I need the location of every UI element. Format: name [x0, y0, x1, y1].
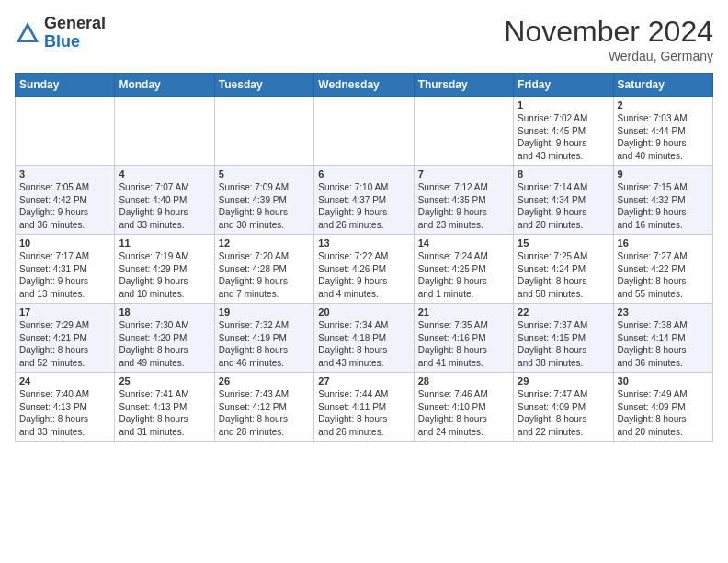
calendar-week-row: 3Sunrise: 7:05 AM Sunset: 4:42 PM Daylig…	[16, 166, 713, 235]
day-info: Sunrise: 7:44 AM Sunset: 4:11 PM Dayligh…	[318, 388, 409, 438]
day-number: 10	[19, 237, 110, 248]
day-info: Sunrise: 7:34 AM Sunset: 4:18 PM Dayligh…	[318, 319, 409, 369]
day-number: 29	[518, 375, 609, 386]
day-info: Sunrise: 7:15 AM Sunset: 4:32 PM Dayligh…	[618, 181, 709, 231]
calendar-cell: 1Sunrise: 7:02 AM Sunset: 4:45 PM Daylig…	[514, 97, 613, 166]
day-number: 23	[618, 306, 709, 317]
month-title: November 2024	[504, 15, 713, 49]
day-info: Sunrise: 7:22 AM Sunset: 4:26 PM Dayligh…	[318, 250, 409, 300]
day-number: 4	[119, 168, 210, 179]
calendar-cell: 24Sunrise: 7:40 AM Sunset: 4:13 PM Dayli…	[16, 373, 115, 442]
day-info: Sunrise: 7:12 AM Sunset: 4:35 PM Dayligh…	[418, 181, 509, 231]
day-number: 27	[318, 375, 409, 386]
calendar-cell	[414, 97, 513, 166]
calendar-day-header: Wednesday	[314, 74, 414, 97]
logo-blue-text: Blue	[44, 32, 80, 51]
day-number: 2	[618, 99, 709, 110]
page-header: General Blue November 2024 Werdau, Germa…	[15, 15, 713, 63]
calendar-cell: 3Sunrise: 7:05 AM Sunset: 4:42 PM Daylig…	[16, 166, 115, 235]
day-info: Sunrise: 7:27 AM Sunset: 4:22 PM Dayligh…	[618, 250, 709, 300]
day-info: Sunrise: 7:41 AM Sunset: 4:13 PM Dayligh…	[119, 388, 210, 438]
calendar-day-header: Tuesday	[214, 74, 313, 97]
day-number: 20	[318, 306, 409, 317]
logo-general-text: General	[44, 14, 106, 32]
calendar-day-header: Sunday	[16, 74, 115, 97]
calendar-cell: 30Sunrise: 7:49 AM Sunset: 4:09 PM Dayli…	[613, 373, 712, 442]
calendar-week-row: 1Sunrise: 7:02 AM Sunset: 4:45 PM Daylig…	[16, 97, 713, 166]
calendar-cell: 29Sunrise: 7:47 AM Sunset: 4:09 PM Dayli…	[514, 373, 613, 442]
day-info: Sunrise: 7:35 AM Sunset: 4:16 PM Dayligh…	[418, 319, 509, 369]
day-info: Sunrise: 7:07 AM Sunset: 4:40 PM Dayligh…	[119, 181, 210, 231]
day-info: Sunrise: 7:32 AM Sunset: 4:19 PM Dayligh…	[219, 319, 310, 369]
calendar-cell: 9Sunrise: 7:15 AM Sunset: 4:32 PM Daylig…	[613, 166, 712, 235]
day-info: Sunrise: 7:03 AM Sunset: 4:44 PM Dayligh…	[618, 112, 709, 162]
day-info: Sunrise: 7:14 AM Sunset: 4:34 PM Dayligh…	[518, 181, 609, 231]
calendar-cell: 13Sunrise: 7:22 AM Sunset: 4:26 PM Dayli…	[314, 235, 414, 304]
calendar-cell: 6Sunrise: 7:10 AM Sunset: 4:37 PM Daylig…	[314, 166, 414, 235]
calendar-cell	[314, 97, 414, 166]
day-number: 16	[618, 237, 709, 248]
day-info: Sunrise: 7:05 AM Sunset: 4:42 PM Dayligh…	[19, 181, 110, 231]
calendar-table: SundayMondayTuesdayWednesdayThursdayFrid…	[15, 73, 713, 442]
calendar-day-header: Saturday	[613, 74, 712, 97]
logo-icon	[15, 20, 40, 46]
day-number: 15	[518, 237, 609, 248]
calendar-cell: 22Sunrise: 7:37 AM Sunset: 4:15 PM Dayli…	[514, 304, 613, 373]
title-block: November 2024 Werdau, Germany	[504, 15, 713, 63]
calendar-week-row: 17Sunrise: 7:29 AM Sunset: 4:21 PM Dayli…	[16, 304, 713, 373]
day-number: 13	[318, 237, 409, 248]
calendar-cell: 19Sunrise: 7:32 AM Sunset: 4:19 PM Dayli…	[214, 304, 313, 373]
day-info: Sunrise: 7:20 AM Sunset: 4:28 PM Dayligh…	[219, 250, 310, 300]
day-number: 3	[19, 168, 110, 179]
day-info: Sunrise: 7:38 AM Sunset: 4:14 PM Dayligh…	[618, 319, 709, 369]
day-info: Sunrise: 7:25 AM Sunset: 4:24 PM Dayligh…	[518, 250, 609, 300]
calendar-cell: 11Sunrise: 7:19 AM Sunset: 4:29 PM Dayli…	[115, 235, 214, 304]
day-number: 21	[418, 306, 509, 317]
calendar-cell: 26Sunrise: 7:43 AM Sunset: 4:12 PM Dayli…	[214, 373, 313, 442]
day-number: 14	[418, 237, 509, 248]
calendar-cell: 25Sunrise: 7:41 AM Sunset: 4:13 PM Dayli…	[115, 373, 214, 442]
calendar-cell: 10Sunrise: 7:17 AM Sunset: 4:31 PM Dayli…	[16, 235, 115, 304]
day-info: Sunrise: 7:19 AM Sunset: 4:29 PM Dayligh…	[119, 250, 210, 300]
day-number: 5	[219, 168, 310, 179]
day-number: 19	[219, 306, 310, 317]
day-info: Sunrise: 7:30 AM Sunset: 4:20 PM Dayligh…	[119, 319, 210, 369]
day-number: 17	[19, 306, 110, 317]
day-info: Sunrise: 7:46 AM Sunset: 4:10 PM Dayligh…	[418, 388, 509, 438]
calendar-cell: 14Sunrise: 7:24 AM Sunset: 4:25 PM Dayli…	[414, 235, 513, 304]
day-number: 6	[318, 168, 409, 179]
location: Werdau, Germany	[504, 49, 713, 63]
calendar-week-row: 24Sunrise: 7:40 AM Sunset: 4:13 PM Dayli…	[16, 373, 713, 442]
day-number: 28	[418, 375, 509, 386]
calendar-cell: 15Sunrise: 7:25 AM Sunset: 4:24 PM Dayli…	[514, 235, 613, 304]
day-info: Sunrise: 7:43 AM Sunset: 4:12 PM Dayligh…	[219, 388, 310, 438]
day-info: Sunrise: 7:02 AM Sunset: 4:45 PM Dayligh…	[518, 112, 609, 162]
calendar-cell: 2Sunrise: 7:03 AM Sunset: 4:44 PM Daylig…	[613, 97, 712, 166]
day-number: 25	[119, 375, 210, 386]
calendar-cell: 21Sunrise: 7:35 AM Sunset: 4:16 PM Dayli…	[414, 304, 513, 373]
calendar-cell: 4Sunrise: 7:07 AM Sunset: 4:40 PM Daylig…	[115, 166, 214, 235]
calendar-cell: 20Sunrise: 7:34 AM Sunset: 4:18 PM Dayli…	[314, 304, 414, 373]
day-number: 12	[219, 237, 310, 248]
day-info: Sunrise: 7:29 AM Sunset: 4:21 PM Dayligh…	[19, 319, 110, 369]
day-info: Sunrise: 7:17 AM Sunset: 4:31 PM Dayligh…	[19, 250, 110, 300]
day-number: 1	[518, 99, 609, 110]
calendar-week-row: 10Sunrise: 7:17 AM Sunset: 4:31 PM Dayli…	[16, 235, 713, 304]
calendar-cell: 23Sunrise: 7:38 AM Sunset: 4:14 PM Dayli…	[613, 304, 712, 373]
day-number: 26	[219, 375, 310, 386]
day-info: Sunrise: 7:10 AM Sunset: 4:37 PM Dayligh…	[318, 181, 409, 231]
day-number: 7	[418, 168, 509, 179]
calendar-cell: 12Sunrise: 7:20 AM Sunset: 4:28 PM Dayli…	[214, 235, 313, 304]
logo: General Blue	[15, 15, 106, 52]
day-number: 11	[119, 237, 210, 248]
calendar-cell: 17Sunrise: 7:29 AM Sunset: 4:21 PM Dayli…	[16, 304, 115, 373]
calendar-cell: 8Sunrise: 7:14 AM Sunset: 4:34 PM Daylig…	[514, 166, 613, 235]
day-info: Sunrise: 7:37 AM Sunset: 4:15 PM Dayligh…	[518, 319, 609, 369]
calendar-cell: 5Sunrise: 7:09 AM Sunset: 4:39 PM Daylig…	[214, 166, 313, 235]
logo-text: General Blue	[44, 15, 106, 52]
calendar-day-header: Monday	[115, 74, 214, 97]
calendar-cell	[214, 97, 313, 166]
calendar-day-header: Friday	[514, 74, 613, 97]
day-info: Sunrise: 7:40 AM Sunset: 4:13 PM Dayligh…	[19, 388, 110, 438]
day-number: 30	[618, 375, 709, 386]
